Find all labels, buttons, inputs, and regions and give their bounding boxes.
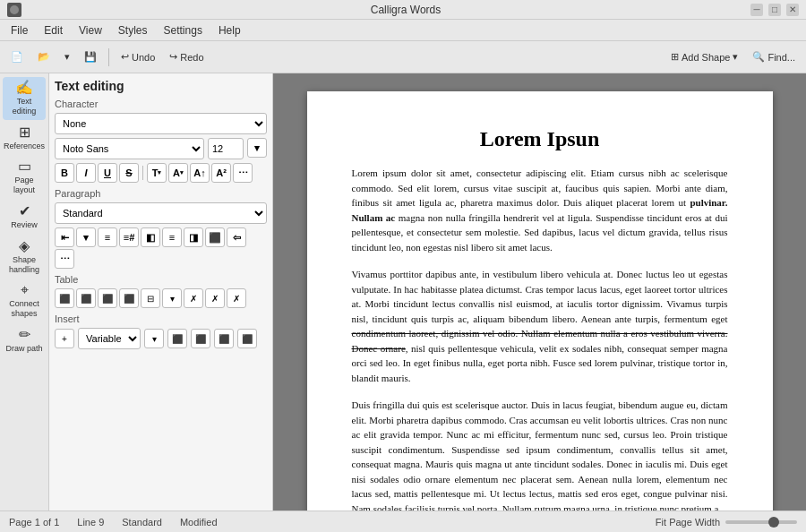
align-left-button[interactable]: ◧: [141, 227, 160, 247]
rtl-button[interactable]: ⇦: [227, 227, 246, 247]
line-info: Line 9: [77, 517, 104, 528]
table-delete-col[interactable]: ✗: [184, 288, 203, 308]
table-border-dropdown[interactable]: ▾: [162, 288, 182, 308]
tool-draw-path[interactable]: ✏ Draw path: [3, 324, 46, 357]
document-area[interactable]: Lorem Ipsun Lorem ipsum dolor sit amet, …: [273, 73, 806, 511]
menu-styles[interactable]: Styles: [111, 22, 155, 39]
decrease-indent-button[interactable]: ⇤: [55, 227, 74, 247]
titlebar: Calligra Words ─ □ ✕: [0, 0, 806, 20]
insert-action-1[interactable]: ⬛: [167, 329, 187, 348]
insert-dropdown[interactable]: ▾: [144, 329, 164, 348]
underline-button[interactable]: U: [98, 163, 117, 183]
tool-review[interactable]: ✔ Review: [3, 201, 46, 234]
tool-references[interactable]: ⊞ References: [3, 122, 46, 155]
search-icon: 🔍: [752, 51, 765, 63]
tool-shape-handling[interactable]: ◈ Shape handling: [3, 236, 46, 279]
font-select[interactable]: Noto Sans: [55, 138, 204, 159]
style-info: Standard: [122, 517, 162, 528]
add-shape-label: Add Shape: [682, 52, 730, 63]
paragraph-style-select[interactable]: Standard: [55, 202, 267, 224]
indent-dropdown[interactable]: ▾: [76, 227, 96, 247]
tool-shape-handling-label: Shape handling: [4, 255, 44, 275]
window-controls[interactable]: ─ □ ✕: [750, 4, 799, 16]
table-label: Table: [55, 274, 267, 285]
tool-page-layout-label: Page layout: [4, 176, 44, 195]
text-editing-icon: ✍: [15, 81, 33, 95]
list-unordered-button[interactable]: ≡: [98, 227, 117, 247]
table-delete-row[interactable]: ✗: [205, 288, 225, 308]
table-insert-col-left[interactable]: ⬛: [55, 288, 74, 308]
find-button[interactable]: 🔍 Find...: [747, 46, 801, 69]
table-delete-table[interactable]: ✗: [227, 288, 246, 308]
redo-button[interactable]: ↪ Redo: [164, 46, 209, 69]
bold-text-1: pulvinar. Nullam ac: [352, 197, 728, 223]
table-section: Table ⬛ ⬛ ⬛ ⬛ ⊟ ▾ ✗ ✗ ✗: [55, 274, 267, 308]
format-separator: [142, 166, 143, 180]
open-button[interactable]: 📂: [32, 46, 56, 69]
menu-view[interactable]: View: [72, 22, 109, 39]
find-label: Find...: [767, 52, 795, 63]
zoom-thumb: [768, 517, 779, 528]
paragraph-3: Duis fringilla dui quis est scelerisque …: [352, 398, 728, 511]
maximize-button[interactable]: □: [768, 4, 781, 16]
tool-text-editing-label: Text editing: [4, 97, 44, 116]
menu-help[interactable]: Help: [211, 22, 248, 39]
insert-type-select[interactable]: Variable: [78, 328, 141, 349]
insert-row: + Variable ▾ ⬛ ⬛ ⬛ ⬛: [55, 328, 267, 349]
bold-button[interactable]: B: [55, 163, 74, 183]
tool-connect-shapes[interactable]: ⌖ Connect shapes: [3, 279, 46, 322]
shape-handling-icon: ◈: [19, 239, 30, 253]
list-ordered-button[interactable]: ≡#: [119, 227, 139, 247]
menu-edit[interactable]: Edit: [37, 22, 70, 39]
app-icon: [7, 3, 21, 17]
strikethrough-button[interactable]: S: [119, 163, 139, 183]
save-button[interactable]: 💾: [79, 46, 102, 69]
more-para-button[interactable]: ⋯: [55, 249, 74, 269]
statusbar: Page 1 of 1 Line 9 Standard Modified Fit…: [0, 511, 806, 532]
insert-action-2[interactable]: ⬛: [191, 329, 210, 348]
undo-button[interactable]: ↩ Undo: [116, 46, 160, 69]
font-size-dropdown[interactable]: ▾: [247, 138, 267, 158]
redo-icon: ↪: [169, 51, 177, 63]
minimize-button[interactable]: ─: [750, 4, 763, 16]
paragraph-1: Lorem ipsum dolor sit amet, consectetur …: [352, 166, 728, 254]
uppercase-button[interactable]: A↑: [190, 163, 210, 183]
character-style-select[interactable]: None: [55, 113, 267, 134]
tool-references-label: References: [4, 142, 45, 151]
align-center-button[interactable]: ≡: [162, 227, 182, 247]
add-shape-button[interactable]: ⊞ Add Shape ▾: [665, 46, 743, 69]
highlight-button[interactable]: A▾: [168, 163, 188, 183]
more-char-button[interactable]: ⋯: [233, 163, 253, 183]
character-label: Character: [55, 99, 267, 109]
table-insert-row-below[interactable]: ⬛: [119, 288, 139, 308]
review-icon: ✔: [19, 204, 30, 219]
tool-text-editing[interactable]: ✍ Text editing: [3, 77, 46, 120]
font-size-input[interactable]: [208, 138, 244, 159]
menu-file[interactable]: File: [4, 22, 35, 39]
zoom-slider[interactable]: [725, 520, 797, 524]
main-layout: ✍ Text editing ⊞ References ▭ Page layou…: [0, 73, 806, 511]
insert-action-3[interactable]: ⬛: [214, 329, 234, 348]
insert-action-4[interactable]: ⬛: [237, 329, 257, 348]
menu-settings[interactable]: Settings: [157, 22, 210, 39]
insert-icon-button[interactable]: +: [55, 329, 74, 348]
superscript-button[interactable]: A²: [211, 163, 231, 183]
format-toolbar: B I U S T▾ A▾ A↑ A² ⋯: [55, 163, 267, 183]
table-buttons: ⬛ ⬛ ⬛ ⬛ ⊟ ▾ ✗ ✗ ✗: [55, 288, 267, 308]
align-justify-button[interactable]: ⬛: [205, 227, 225, 247]
new-button[interactable]: 📄: [5, 46, 29, 69]
close-button[interactable]: ✕: [786, 4, 799, 16]
table-insert-row-above[interactable]: ⬛: [98, 288, 117, 308]
zoom-control[interactable]: Fit Page Width: [656, 517, 797, 528]
properties-panel: Text editing Character None Noto Sans ▾ …: [49, 73, 273, 511]
table-border-button[interactable]: ⊟: [141, 288, 160, 308]
align-right-button[interactable]: ◨: [184, 227, 203, 247]
open-dropdown[interactable]: ▾: [59, 46, 75, 69]
tool-connect-shapes-label: Connect shapes: [4, 299, 44, 319]
table-insert-col-right[interactable]: ⬛: [76, 288, 96, 308]
paragraph-2: Vivamus porttitor dapibus ante, in vesti…: [352, 267, 728, 385]
italic-button[interactable]: I: [76, 163, 96, 183]
redo-label: Redo: [180, 52, 203, 63]
text-color-button[interactable]: T▾: [147, 163, 167, 183]
tool-page-layout[interactable]: ▭ Page layout: [3, 156, 46, 199]
